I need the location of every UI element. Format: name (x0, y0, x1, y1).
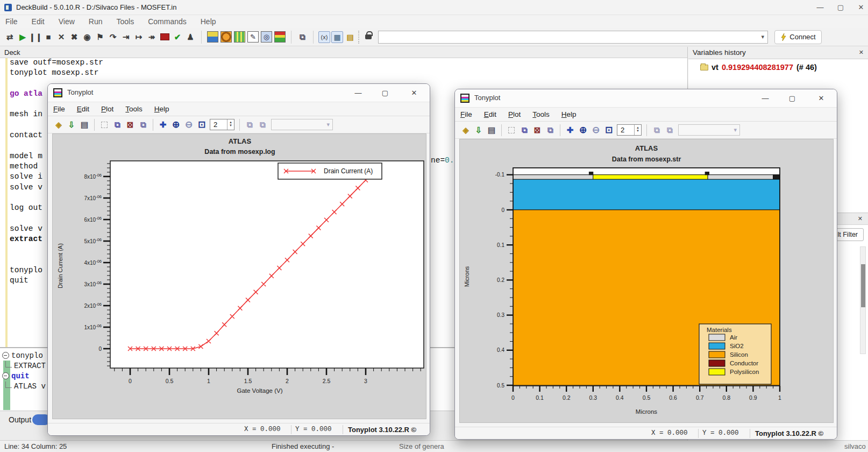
open-icon[interactable]: ◈ (459, 124, 472, 136)
menu-view[interactable]: View (59, 17, 75, 26)
zoom-out-icon[interactable]: ⊖ (182, 119, 195, 131)
import-icon[interactable]: ⇩ (472, 124, 485, 136)
step-line-icon[interactable]: ↦ (133, 31, 145, 43)
collapse-icon[interactable] (2, 372, 9, 379)
overlay-prev-icon[interactable]: ⧉ (650, 124, 663, 136)
scrollbar[interactable] (860, 246, 866, 354)
copy-icon[interactable]: ⧉ (518, 124, 531, 136)
scrollbar-thumb[interactable] (861, 264, 865, 307)
menu-tools[interactable]: Tools (116, 17, 134, 26)
sync-icon[interactable]: ⇄ (4, 31, 16, 43)
menu-help[interactable]: Help (201, 17, 216, 26)
zoom-out-icon[interactable]: ⊖ (589, 124, 602, 136)
overlay-next-icon[interactable]: ⧉ (663, 124, 676, 136)
import-icon[interactable]: ⇩ (65, 119, 78, 131)
close-button[interactable]: ✕ (405, 87, 423, 100)
step-icon[interactable]: ⇥ (120, 31, 132, 43)
pan-icon[interactable]: ✚ (564, 124, 577, 136)
optimizer-icon[interactable] (220, 31, 232, 43)
search-icon[interactable]: ◎ (261, 31, 272, 43)
close-button[interactable]: ✕ (812, 92, 830, 105)
print-icon[interactable]: ▤ (78, 119, 91, 131)
connect-button[interactable]: Connect (774, 30, 822, 44)
examples-icon[interactable] (207, 31, 218, 43)
menu-run[interactable]: Run (89, 17, 103, 26)
zoom-in-icon[interactable]: ⊕ (577, 124, 589, 136)
kill-all-icon[interactable]: ✖ (68, 31, 80, 43)
pause-icon[interactable]: ❙❙ (30, 31, 41, 43)
zoom-region-icon[interactable]: ⊡ (602, 124, 615, 136)
tp1-menu-tools[interactable]: Tools (125, 105, 143, 113)
tp2-menu-file[interactable]: File (460, 110, 472, 118)
user-icon[interactable]: ♟ (184, 31, 196, 43)
duplicate-icon[interactable]: ⧉ (137, 119, 150, 131)
tp1-menu-edit[interactable]: Edit (77, 105, 89, 113)
chevron-down-icon[interactable]: ▾ (761, 33, 764, 40)
copy-stack-icon[interactable]: ⧉ (296, 31, 308, 43)
plot-select-combobox[interactable]: ▾ (678, 124, 740, 136)
copy-icon[interactable]: ⧉ (111, 119, 124, 131)
maximize-button[interactable]: ▢ (783, 92, 801, 105)
zoom-region-icon[interactable]: ⊡ (195, 119, 208, 131)
close-icon[interactable]: ✕ (858, 215, 863, 222)
variable-name: vt (712, 63, 718, 72)
tp2-menu-plot[interactable]: Plot (508, 110, 521, 118)
lock-icon[interactable] (365, 34, 372, 39)
menu-edit[interactable]: Edit (32, 17, 45, 26)
check-icon[interactable]: ✔ (172, 31, 183, 43)
print-icon[interactable]: ▤ (485, 124, 498, 136)
tp2-menu-tools[interactable]: Tools (532, 110, 550, 118)
minimize-button[interactable]: — (812, 2, 828, 13)
delete-icon[interactable]: ⊠ (124, 119, 137, 131)
tp1-menu-file[interactable]: File (53, 105, 65, 113)
formula-icon[interactable]: (x) (318, 31, 330, 43)
delete-icon[interactable]: ⊠ (531, 124, 544, 136)
flag-icon[interactable]: ⚑ (94, 31, 106, 43)
zoom-level-spinner[interactable]: 2▲▼ (210, 119, 234, 130)
select-icon[interactable] (98, 119, 111, 131)
stop-icon[interactable]: ■ (42, 31, 54, 43)
spinner-arrows[interactable]: ▲▼ (634, 125, 641, 135)
output-line-text: quit (11, 372, 30, 380)
collapse-icon[interactable] (2, 352, 9, 359)
tp1-menu-help[interactable]: Help (154, 105, 169, 113)
restart-icon[interactable]: ↷ (107, 31, 119, 43)
maximize-button[interactable]: ▢ (376, 87, 394, 100)
address-combobox[interactable]: ▾ (378, 31, 768, 44)
continue-icon[interactable]: ↠ (146, 31, 158, 43)
run-to-point-icon[interactable]: ◉ (81, 31, 93, 43)
menu-file[interactable]: File (5, 17, 18, 26)
mesh-icon[interactable] (234, 31, 245, 43)
tp1-menu-plot[interactable]: Plot (101, 105, 113, 113)
edit-icon[interactable]: ✎ (247, 31, 259, 43)
close-button[interactable]: ✕ (853, 2, 868, 13)
tp2-menu-help[interactable]: Help (561, 110, 577, 118)
tab-output[interactable]: Output (9, 415, 31, 424)
open-icon[interactable]: ◈ (52, 119, 65, 131)
maximize-button[interactable]: ▢ (833, 2, 849, 13)
structure-chart[interactable]: ATLASData from mosexp.str00.10.20.30.40.… (460, 139, 834, 423)
pan-icon[interactable]: ✚ (156, 119, 169, 131)
spinner-arrows[interactable]: ▲▼ (227, 119, 234, 130)
svg-text:Microns: Microns (636, 408, 658, 415)
minimize-button[interactable]: — (349, 87, 367, 100)
zoom-in-icon[interactable]: ⊕ (169, 119, 182, 131)
plot-icon[interactable] (274, 31, 286, 43)
zoom-level-spinner[interactable]: 2▲▼ (617, 124, 642, 136)
close-icon[interactable]: ✕ (859, 49, 864, 56)
calculator-icon[interactable]: ▦ (331, 31, 343, 43)
select-icon[interactable] (505, 124, 518, 136)
idvg-chart[interactable]: ATLASData from mosexp.log00.511.522.5301… (53, 134, 427, 420)
menu-commands[interactable]: Commands (148, 17, 187, 26)
tp2-menu-edit[interactable]: Edit (484, 110, 496, 118)
duplicate-icon[interactable]: ⧉ (544, 124, 557, 136)
plot-select-combobox[interactable]: ▾ (271, 119, 333, 130)
overlay-prev-icon[interactable]: ⧉ (243, 119, 256, 131)
breakpoint-icon[interactable] (159, 31, 170, 43)
run-icon[interactable]: ▶ (17, 31, 29, 43)
overlay-next-icon[interactable]: ⧉ (256, 119, 269, 131)
variable-entry[interactable]: vt 0.919294408281977 (# 46) (700, 63, 817, 72)
minimize-button[interactable]: — (756, 92, 774, 105)
chart-icon[interactable]: ▤ (344, 31, 356, 43)
kill-icon[interactable]: ✕ (55, 31, 67, 43)
